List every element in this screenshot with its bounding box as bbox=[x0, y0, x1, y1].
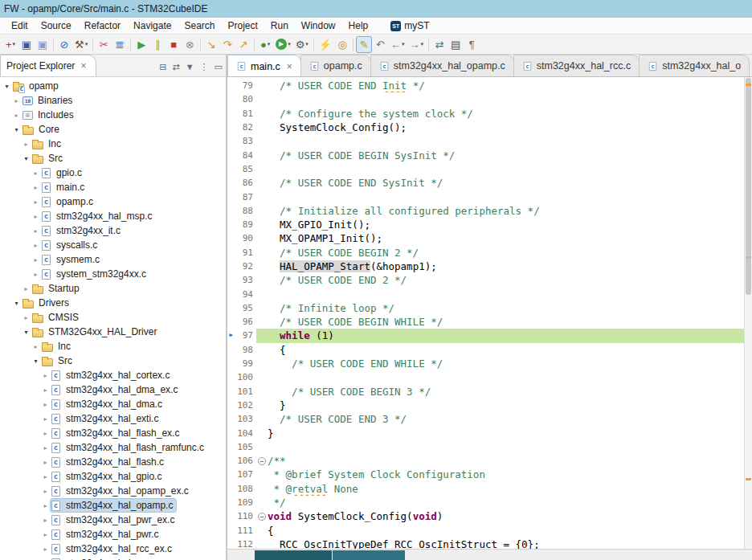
code-line[interactable] bbox=[268, 162, 744, 176]
chevron-right-icon[interactable]: ▸ bbox=[40, 488, 51, 495]
run-button[interactable]: ▶▾ bbox=[273, 36, 293, 53]
skip-all-breakpoints-button[interactable]: ⊘ bbox=[56, 36, 72, 53]
annotation-mark-occurrence[interactable] bbox=[746, 256, 751, 259]
last-edit-location-button[interactable]: ↶ bbox=[372, 36, 388, 53]
chevron-right-icon[interactable]: ▸ bbox=[40, 459, 51, 466]
bottom-bar-segment[interactable] bbox=[333, 550, 405, 560]
fold-column-cell[interactable]: − bbox=[256, 454, 268, 468]
tree-item[interactable]: ▸stm32g4xx_hal_cortex.c bbox=[0, 368, 226, 382]
step-over-button[interactable]: ↷ bbox=[219, 36, 235, 53]
tree-item[interactable]: ▸stm32g4xx_hal_rcc.c bbox=[0, 556, 226, 560]
chevron-right-icon[interactable]: ▸ bbox=[40, 444, 51, 452]
binary-objects-button[interactable]: ≣ bbox=[112, 36, 128, 53]
back-button[interactable]: ←▾ bbox=[388, 36, 407, 53]
chevron-right-icon[interactable]: ▸ bbox=[31, 242, 41, 249]
fold-column-cell[interactable] bbox=[256, 315, 268, 329]
code-line[interactable]: RCC_OscInitTypeDef RCC_OscInitStruct = {… bbox=[268, 538, 744, 549]
code-line[interactable]: */ bbox=[268, 496, 744, 509]
code-line[interactable]: MX_OPAMP1_Init(); bbox=[268, 231, 744, 245]
editor-tab[interactable]: stm32g4xx_hal_o bbox=[639, 55, 750, 76]
menu-refactor[interactable]: Refactor bbox=[78, 18, 127, 33]
minimize-icon[interactable]: ▭ bbox=[215, 63, 223, 72]
code-line[interactable]: * @retval None bbox=[268, 482, 744, 496]
tree-item[interactable]: ▸stm32g4xx_hal_exti.c bbox=[0, 411, 226, 426]
fold-column-cell[interactable] bbox=[256, 162, 268, 176]
step-into-button[interactable]: ↘ bbox=[203, 36, 219, 53]
code-line[interactable]: /* USER CODE END SysInit */ bbox=[268, 176, 744, 190]
toggle-mark-occurrences-button[interactable]: ✎ bbox=[356, 36, 372, 53]
chevron-down-icon[interactable]: ▾ bbox=[11, 300, 22, 307]
tree-item[interactable]: ▸syscalls.c bbox=[0, 238, 226, 252]
project-explorer-tab[interactable]: Project Explorer × bbox=[0, 55, 96, 76]
chevron-down-icon[interactable]: ▾ bbox=[11, 126, 22, 133]
suspend-button[interactable]: ∥ bbox=[149, 36, 166, 53]
fold-column-cell[interactable] bbox=[256, 524, 268, 538]
chevron-down-icon[interactable]: ▾ bbox=[21, 155, 31, 162]
knife-tool-button[interactable]: ✂ bbox=[96, 36, 112, 53]
fold-column-cell[interactable] bbox=[256, 399, 268, 412]
collapse-all-icon[interactable]: ⊟ bbox=[159, 63, 166, 72]
tree-item[interactable]: ▸stm32g4xx_hal_opamp_ex.c bbox=[0, 484, 226, 498]
chevron-right-icon[interactable]: ▸ bbox=[31, 343, 41, 350]
fold-column-cell[interactable] bbox=[256, 231, 268, 245]
fold-column-cell[interactable] bbox=[256, 343, 268, 357]
chevron-right-icon[interactable]: ▸ bbox=[31, 213, 41, 220]
chevron-right-icon[interactable]: ▸ bbox=[40, 546, 51, 553]
code-line[interactable]: } bbox=[268, 426, 744, 439]
code-line[interactable] bbox=[268, 190, 744, 203]
disconnect-button[interactable]: ⊗ bbox=[182, 36, 198, 53]
tree-item[interactable]: ▾Core bbox=[0, 122, 226, 137]
code-line[interactable]: /* USER CODE END 3 */ bbox=[268, 412, 744, 426]
tree-item[interactable]: ▾Src bbox=[0, 151, 226, 166]
fold-column-cell[interactable] bbox=[256, 79, 268, 92]
code-line[interactable]: /** bbox=[268, 454, 744, 468]
code-line[interactable] bbox=[268, 134, 744, 148]
code-line[interactable]: /* Initialize all configured peripherals… bbox=[268, 204, 744, 218]
tree-item[interactable]: ▸stm32g4xx_hal_dma_ex.c bbox=[0, 382, 226, 397]
fold-column-cell[interactable] bbox=[256, 426, 268, 439]
editor-tab[interactable]: main.c× bbox=[227, 55, 301, 77]
search-button[interactable]: ◎ bbox=[334, 36, 350, 53]
fold-column-cell[interactable] bbox=[256, 246, 268, 260]
fold-column-cell[interactable] bbox=[256, 370, 268, 384]
code-line[interactable]: /* Configure the system clock */ bbox=[268, 107, 744, 121]
code-line[interactable]: /* USER CODE END WHILE */ bbox=[268, 357, 744, 370]
link-with-editor-button[interactable]: ⇄ bbox=[431, 36, 448, 53]
fold-column-cell[interactable] bbox=[256, 412, 268, 426]
fold-column-cell[interactable] bbox=[256, 176, 268, 190]
code-line[interactable]: HAL_OPAMP_Start(&hopamp1); bbox=[268, 260, 744, 273]
chevron-right-icon[interactable]: ▸ bbox=[31, 227, 41, 235]
fold-column-cell[interactable] bbox=[256, 148, 268, 161]
editor-tab[interactable]: opamp.c bbox=[300, 55, 371, 76]
tree-item[interactable]: ▸Includes bbox=[0, 108, 226, 122]
tree-item[interactable]: ▸stm32g4xx_hal_gpio.c bbox=[0, 469, 226, 484]
myst-menu[interactable]: ST myST bbox=[386, 19, 434, 32]
show-whitespace-button[interactable]: ¶ bbox=[464, 36, 480, 53]
code-area[interactable]: 79 /* USER CODE END Init */8081 /* Confi… bbox=[227, 77, 744, 549]
tree-item[interactable]: ▸stm32g4xx_hal_msp.c bbox=[0, 209, 226, 223]
open-perspective-button[interactable]: ▤ bbox=[448, 36, 464, 53]
tree-item[interactable]: ▸Inc bbox=[0, 339, 226, 354]
save-all-button[interactable]: ▣ bbox=[35, 36, 51, 53]
fold-column-cell[interactable] bbox=[256, 260, 268, 273]
chevron-right-icon[interactable]: ▸ bbox=[40, 386, 51, 394]
tree-item[interactable]: ▸Inc bbox=[0, 137, 226, 151]
code-line[interactable]: /* USER CODE BEGIN WHILE */ bbox=[268, 315, 744, 329]
fold-collapse-icon[interactable]: − bbox=[258, 513, 266, 521]
annotation-mark-spelling[interactable] bbox=[746, 478, 751, 480]
chevron-right-icon[interactable]: ▸ bbox=[40, 401, 51, 408]
menu-edit[interactable]: Edit bbox=[5, 18, 35, 33]
code-line[interactable] bbox=[268, 287, 744, 300]
link-with-editor-icon[interactable]: ⇄ bbox=[172, 63, 179, 72]
chevron-right-icon[interactable]: ▸ bbox=[40, 517, 51, 524]
chevron-right-icon[interactable]: ▸ bbox=[40, 531, 51, 538]
menu-source[interactable]: Source bbox=[35, 18, 78, 33]
fold-column-cell[interactable] bbox=[256, 538, 268, 549]
code-line[interactable] bbox=[268, 440, 744, 454]
tab-close-icon[interactable]: × bbox=[287, 61, 292, 72]
code-line[interactable]: { bbox=[268, 343, 744, 357]
tree-item[interactable]: ▾opamp bbox=[0, 79, 226, 93]
instruction-pointer-icon[interactable]: ▶ bbox=[227, 333, 235, 338]
tree-item[interactable]: ▸CMSIS bbox=[0, 310, 226, 325]
fold-collapse-icon[interactable]: − bbox=[258, 457, 266, 465]
